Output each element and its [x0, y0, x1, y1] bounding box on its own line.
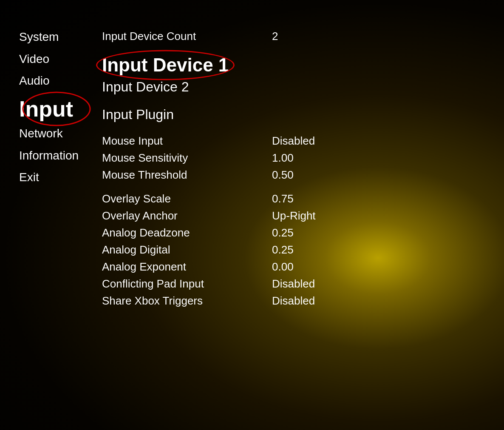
sidebar-item-network[interactable]: Network — [19, 126, 93, 141]
analog-digital-row: Analog Digital 0.25 — [102, 243, 504, 259]
conflicting-pad-input-value: Disabled — [272, 277, 315, 290]
analog-deadzone-row: Analog Deadzone 0.25 — [102, 226, 504, 242]
mouse-threshold-row: Mouse Threshold 0.50 — [102, 168, 504, 184]
analog-deadzone-value: 0.25 — [272, 226, 294, 239]
analog-exponent-row: Analog Exponent 0.00 — [102, 260, 504, 276]
sidebar-item-input[interactable]: Input — [19, 96, 93, 122]
input-device-count-row: Input Device Count 2 — [102, 30, 504, 45]
input-plugin-label[interactable]: Input Plugin — [102, 107, 504, 122]
input-device-1-heading[interactable]: Input Device 1 — [102, 54, 229, 76]
sidebar-item-exit[interactable]: Exit — [19, 170, 93, 185]
overlay-scale-row: Overlay Scale 0.75 — [102, 192, 504, 208]
sidebar-item-video[interactable]: Video — [19, 52, 93, 66]
input-device-count-value: 2 — [272, 30, 278, 43]
mouse-threshold-label: Mouse Threshold — [102, 168, 255, 182]
sidebar-item-system[interactable]: System — [19, 30, 93, 44]
analog-deadzone-label: Analog Deadzone — [102, 226, 255, 239]
mouse-sensitivity-value: 1.00 — [272, 151, 294, 165]
mouse-threshold-value: 0.50 — [272, 168, 294, 182]
overlay-anchor-row: Overlay Anchor Up-Right — [102, 209, 504, 225]
analog-digital-label: Analog Digital — [102, 243, 255, 256]
mouse-input-label: Mouse Input — [102, 134, 255, 148]
analog-exponent-value: 0.00 — [272, 260, 294, 273]
conflicting-pad-input-row: Conflicting Pad Input Disabled — [102, 277, 504, 293]
sidebar-item-information[interactable]: Information — [19, 148, 93, 163]
sidebar: System Video Audio Input Network Informa… — [0, 26, 93, 430]
analog-exponent-label: Analog Exponent — [102, 260, 255, 273]
analog-digital-value: 0.25 — [272, 243, 294, 256]
sidebar-item-audio[interactable]: Audio — [19, 74, 93, 88]
share-xbox-triggers-row: Share Xbox Triggers Disabled — [102, 294, 504, 310]
main-content: Input Device Count 2 Input Device 1 Inpu… — [93, 26, 504, 430]
share-xbox-triggers-label: Share Xbox Triggers — [102, 294, 255, 308]
mouse-input-value: Disabled — [272, 134, 315, 148]
mouse-sensitivity-row: Mouse Sensitivity 1.00 — [102, 151, 504, 167]
mouse-input-row: Mouse Input Disabled — [102, 134, 504, 150]
mouse-sensitivity-label: Mouse Sensitivity — [102, 151, 255, 165]
overlay-anchor-label: Overlay Anchor — [102, 209, 255, 222]
overlay-anchor-value: Up-Right — [272, 209, 316, 222]
share-xbox-triggers-value: Disabled — [272, 294, 315, 308]
input-device-count-label: Input Device Count — [102, 30, 255, 43]
overlay-scale-value: 0.75 — [272, 192, 294, 205]
conflicting-pad-input-label: Conflicting Pad Input — [102, 277, 255, 290]
input-device-2-label[interactable]: Input Device 2 — [102, 79, 504, 95]
overlay-scale-label: Overlay Scale — [102, 192, 255, 205]
